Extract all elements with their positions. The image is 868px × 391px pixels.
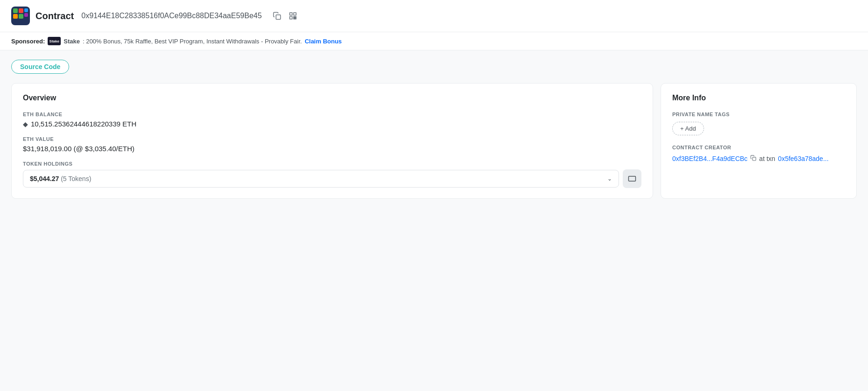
svg-rect-4: [19, 14, 23, 19]
qr-code-button[interactable]: [287, 10, 299, 22]
svg-rect-12: [295, 17, 296, 18]
svg-rect-9: [294, 13, 296, 15]
svg-rect-7: [276, 15, 281, 20]
page-title: Contract: [36, 11, 74, 21]
sponsor-description: : 200% Bonus, 75k Raffle, Best VIP Progr…: [83, 38, 302, 45]
header-actions: [271, 10, 299, 22]
svg-rect-3: [13, 14, 18, 19]
svg-rect-5: [24, 8, 28, 12]
source-code-button[interactable]: Source Code: [11, 60, 69, 74]
sponsor-name: Stake: [64, 38, 80, 45]
eth-value-label: ETH VALUE: [23, 136, 641, 142]
at-txn-text: at txn: [759, 155, 775, 162]
more-info-title: More Info: [672, 94, 845, 102]
page-header: Contract 0x9144E18C28338516f0ACe99Bc88DE…: [0, 0, 868, 32]
txn-address-link[interactable]: 0x5fe63a78ade...: [778, 155, 828, 162]
sponsored-label: Sponsored:: [11, 38, 45, 45]
token-holdings-label: TOKEN HOLDINGS: [23, 161, 641, 167]
claim-bonus-link[interactable]: Claim Bonus: [305, 38, 342, 45]
svg-rect-15: [629, 176, 636, 182]
svg-rect-11: [294, 17, 295, 18]
cards-row: Overview ETH BALANCE ◆ 10,515.2536244461…: [11, 83, 857, 199]
main-content: Source Code Overview ETH BALANCE ◆ 10,51…: [0, 50, 868, 208]
svg-rect-10: [290, 17, 292, 19]
eth-value-value: $31,918,019.00 (@ $3,035.40/ETH): [23, 145, 641, 153]
svg-rect-14: [295, 18, 296, 19]
token-holdings-dropdown[interactable]: $5,044.27 (5 Tokens) ⌄: [23, 170, 619, 188]
token-holdings-text: $5,044.27 (5 Tokens): [30, 175, 91, 182]
creator-address-link[interactable]: 0xf3BEf2B4...F4a9dECBc: [672, 155, 747, 162]
svg-rect-13: [294, 18, 295, 19]
contract-address: 0x9144E18C28338516f0ACe99Bc88DE34aaE59Be…: [81, 12, 262, 20]
svg-rect-2: [19, 8, 23, 13]
overview-title: Overview: [23, 94, 641, 102]
etherscan-logo: [11, 7, 30, 25]
eth-diamond-icon: ◆: [23, 120, 28, 128]
copy-creator-icon[interactable]: [750, 155, 756, 162]
chevron-down-icon: ⌄: [607, 175, 612, 182]
contract-creator-label: CONTRACT CREATOR: [672, 145, 845, 150]
more-info-card: More Info PRIVATE NAME TAGS + Add CONTRA…: [661, 83, 857, 199]
svg-rect-1: [13, 8, 18, 13]
svg-rect-6: [24, 13, 28, 17]
eth-balance-value: ◆ 10,515.25362444618220339 ETH: [23, 120, 641, 128]
svg-rect-8: [290, 13, 292, 15]
overview-card: Overview ETH BALANCE ◆ 10,515.2536244461…: [11, 83, 653, 199]
private-name-tags-label: PRIVATE NAME TAGS: [672, 112, 845, 117]
token-holdings-row: $5,044.27 (5 Tokens) ⌄: [23, 169, 641, 188]
eth-balance-label: ETH BALANCE: [23, 112, 641, 117]
copy-address-button[interactable]: [271, 10, 283, 22]
sponsor-logo: Stake: [48, 37, 61, 45]
sponsored-bar: Sponsored: Stake Stake : 200% Bonus, 75k…: [0, 32, 868, 50]
wallet-button[interactable]: [623, 169, 641, 188]
svg-rect-16: [753, 157, 756, 161]
contract-creator-row: 0xf3BEf2B4...F4a9dECBc at txn 0x5fe63a78…: [672, 155, 845, 162]
add-tag-button[interactable]: + Add: [672, 122, 704, 135]
